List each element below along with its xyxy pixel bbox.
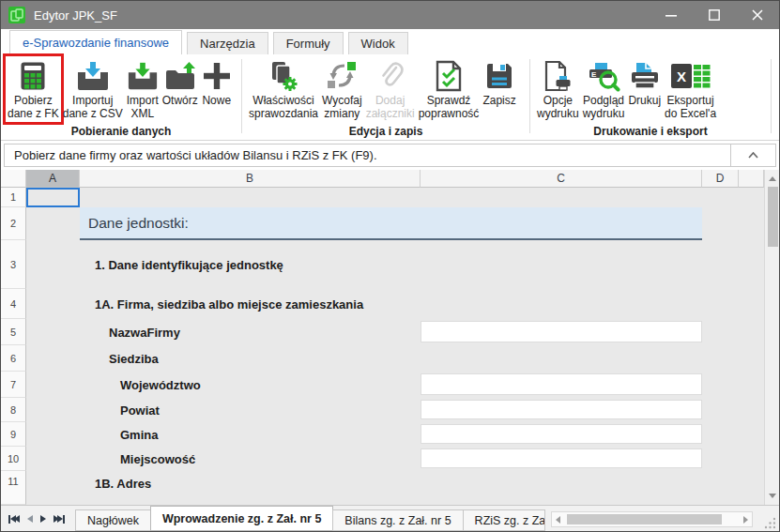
sheet-tab-bilans[interactable]: Bilans zg. z Zał. nr 5 [332, 509, 463, 531]
scroll-left-icon[interactable] [556, 516, 560, 524]
section-title-cell[interactable]: Dane jednostki: [80, 207, 702, 240]
dodaj-zalaczniki-button[interactable]: Dodaj załączniki [364, 56, 417, 122]
sheet-tab-rzis[interactable]: RZiS zg. z Zał. || [463, 509, 545, 531]
column-header-partial[interactable] [739, 170, 764, 188]
grid-row-11: 11 1B. Adres [1, 471, 780, 505]
row-label: NazwaFirmy [109, 319, 180, 345]
button-label: Właściwości sprawozdania [249, 94, 318, 120]
row-header-11[interactable]: 11 [1, 471, 26, 505]
row-label: Powiat [120, 398, 160, 422]
ribbon-tab-narzedzia[interactable]: Narzędzia [187, 32, 268, 54]
undo-changes-icon [326, 58, 358, 94]
input-cell-miejscowosc[interactable] [421, 448, 702, 468]
row-label: 1B. Adres [95, 471, 151, 495]
column-header-b[interactable]: B [80, 170, 421, 188]
horizontal-scrollbar[interactable] [551, 511, 753, 527]
grid-corner[interactable] [1, 170, 26, 188]
nowe-button[interactable]: Nowe [200, 56, 234, 109]
collapse-hint-button[interactable] [730, 144, 775, 166]
app-window: Edytor JPK_SF e-Sprawozdanie finansowe N… [0, 0, 780, 532]
validate-check-icon [435, 58, 463, 94]
button-label: Podgląd wydruku [583, 94, 625, 120]
minimize-icon [665, 9, 677, 21]
print-options-icon [543, 58, 572, 94]
grid-row-6: 6 Siedziba [1, 345, 780, 372]
eksportuj-do-excela-button[interactable]: X Eksportuj do Excel'a [663, 56, 718, 122]
row-header-8[interactable]: 8 [1, 398, 26, 422]
row-label: Województwo [120, 372, 201, 398]
import-xml-icon [127, 58, 159, 94]
row-header-10[interactable]: 10 [1, 447, 26, 471]
last-sheet-button[interactable] [54, 515, 65, 524]
button-label: Drukuj [628, 94, 661, 107]
row-label: 1A. Firma, siedziba albo miejsce zamiesz… [95, 289, 363, 319]
grid-row-4: 4 1A. Firma, siedziba albo miejsce zamie… [1, 289, 780, 319]
hint-text[interactable]: Pobierz dane firmy oraz wartości układów… [5, 144, 730, 166]
open-folder-icon [164, 58, 196, 94]
row-header-1[interactable]: 1 [1, 188, 26, 207]
first-sheet-button[interactable] [8, 515, 20, 524]
minimize-button[interactable] [650, 1, 693, 29]
ribbon-group-drukowanie-i-eksport: Opcje wydruku E Podgląd wydruku [530, 54, 771, 140]
button-label: Wycofaj zmiany [322, 94, 362, 120]
scroll-right-icon[interactable] [743, 516, 748, 524]
pobierz-dane-z-fk-button[interactable]: Pobierz dane z FK [6, 56, 61, 122]
grid-row-1: 1 [1, 188, 780, 207]
maximize-button[interactable] [693, 1, 736, 29]
column-header-a[interactable]: A [26, 170, 80, 188]
row-label: 1. Dane identyfikujące jednostkę [95, 240, 283, 289]
scroll-up-icon[interactable] [769, 176, 776, 181]
spreadsheet: A B C D 1 2 Dane jednostki: 3 1. Dane id… [1, 170, 780, 505]
sheet-navigation [1, 515, 75, 524]
row-header-6[interactable]: 6 [1, 345, 26, 372]
zapisz-button[interactable]: Zapisz [481, 56, 517, 109]
scroll-down-icon[interactable] [769, 494, 776, 498]
row-header-2[interactable]: 2 [1, 207, 26, 240]
button-label: Importuj dane z CSV [63, 94, 123, 120]
ribbon-tab-e-sprawozdanie-finansowe[interactable]: e-Sprawozdanie finansowe [9, 30, 182, 54]
sheet-tab-wprowadzenie[interactable]: Wprowadzenie zg. z Zał. nr 5 [150, 506, 333, 531]
input-cell-powiat[interactable] [421, 400, 702, 419]
import-xml-button[interactable]: Import XML [125, 56, 161, 122]
chevron-up-icon [748, 152, 758, 159]
ribbon-tab-formuly[interactable]: Formuły [273, 32, 344, 54]
horizontal-scroll-thumb[interactable] [567, 514, 722, 524]
row-header-7[interactable]: 7 [1, 372, 26, 398]
input-cell-wojewodztwo[interactable] [421, 373, 702, 395]
close-button[interactable] [736, 1, 779, 29]
row-header-9[interactable]: 9 [1, 422, 26, 447]
save-floppy-icon [484, 58, 514, 94]
otworz-button[interactable]: Otwórz [161, 56, 200, 109]
sheet-tab-naglowek[interactable]: Nagłówek [75, 509, 151, 531]
wycofaj-zmiany-button[interactable]: Wycofaj zmiany [320, 56, 364, 122]
paperclip-icon [376, 58, 405, 94]
vertical-scroll-thumb[interactable] [768, 187, 778, 247]
previous-sheet-button[interactable] [27, 515, 33, 523]
next-sheet-button[interactable] [40, 515, 46, 523]
grid-row-5: 5 NazwaFirmy [1, 319, 780, 345]
column-header-c[interactable]: C [421, 170, 702, 188]
selected-cell-a1[interactable] [26, 188, 80, 207]
row-header-3[interactable]: 3 [1, 240, 26, 289]
column-header-d[interactable]: D [702, 170, 739, 188]
row-label: Miejscowość [120, 447, 195, 471]
input-cell-gmina[interactable] [421, 424, 702, 444]
row-header-5[interactable]: 5 [1, 319, 26, 345]
sprawdz-poprawnosc-button[interactable]: Sprawdź poprawność [417, 56, 482, 122]
vertical-scrollbar[interactable] [764, 170, 780, 505]
opcje-wydruku-button[interactable]: Opcje wydruku [535, 56, 581, 122]
importuj-dane-z-csv-button[interactable]: Importuj dane z CSV [61, 56, 125, 122]
input-cell-nazwafirmy[interactable] [421, 321, 702, 342]
import-csv-icon [76, 58, 110, 94]
button-label: Opcje wydruku [537, 94, 579, 120]
resize-grip[interactable] [760, 506, 779, 532]
button-label: Import XML [127, 94, 159, 120]
app-icon[interactable] [8, 7, 25, 23]
row-header-4[interactable]: 4 [1, 289, 26, 319]
hint-bar: Pobierz dane firmy oraz wartości układów… [4, 144, 776, 167]
podglad-wydruku-button[interactable]: E Podgląd wydruku [581, 56, 627, 122]
drukuj-button[interactable]: Drukuj [626, 56, 663, 109]
wlasciwosci-sprawozdania-button[interactable]: Właściwości sprawozdania [247, 56, 320, 122]
svg-text:X: X [677, 68, 686, 84]
ribbon-tab-widok[interactable]: Widok [348, 32, 408, 54]
